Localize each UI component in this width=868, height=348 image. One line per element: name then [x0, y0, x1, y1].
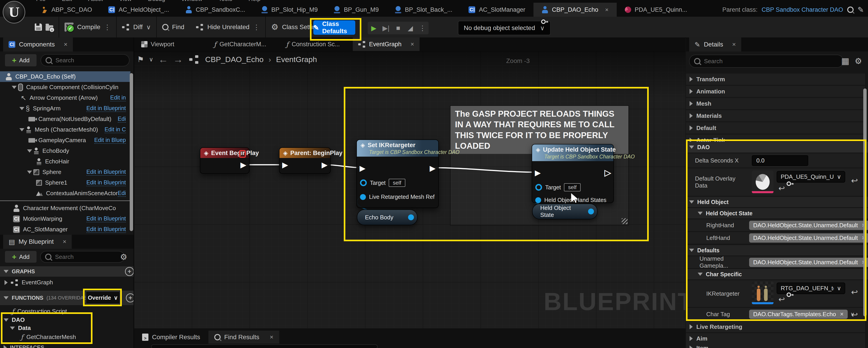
tab-abp-sc-dao[interactable]: ABP_SC_DAO: [34, 3, 100, 17]
section-live-retargeting[interactable]: Live Retargeting: [686, 321, 865, 332]
edit-in-blueprint-link[interactable]: Edit in Blueprint: [86, 215, 126, 222]
class-defaults-button[interactable]: ✎ Class Defaults: [313, 20, 355, 35]
my-blueprint-search-input[interactable]: Search: [40, 251, 125, 263]
chevron-down-icon[interactable]: ∨: [149, 56, 153, 63]
component-row-arrow[interactable]: ↖Arrow Component (Arrow)Edit in: [0, 92, 130, 103]
caret-down-icon[interactable]: [20, 107, 24, 110]
target-self-value[interactable]: self: [564, 183, 580, 192]
details-settings-icon[interactable]: ⚙: [855, 56, 862, 66]
diff-button[interactable]: Diff: [133, 24, 143, 31]
gameplay-tag-chip[interactable]: DAO.CharTags.Templates.Echo×: [749, 310, 848, 319]
hide-unrelated-options-icon[interactable]: ⋮: [253, 23, 260, 31]
breadcrumb-root[interactable]: CBP_DAO_Echo: [205, 55, 264, 64]
close-icon[interactable]: ×: [63, 238, 66, 245]
get-character-mesh-row[interactable]: ƒ GetCharacterMesh: [21, 333, 76, 341]
reset-property-icon[interactable]: ↩: [851, 310, 858, 320]
stop-icon[interactable]: ■: [392, 24, 404, 32]
caret-down-icon[interactable]: [4, 318, 8, 322]
use-selected-asset-icon[interactable]: ↩: [778, 184, 785, 193]
object-pin-icon[interactable]: [535, 184, 542, 191]
tab-eventgraph[interactable]: EventGraph×: [353, 37, 420, 51]
edit-in-blueprint-link[interactable]: Edit in: [110, 94, 126, 101]
node-parent-beginplay[interactable]: ◈Parent: BeginPlay ▶ ▶: [279, 147, 331, 174]
debug-object-dropdown[interactable]: No debug object selected ∨: [458, 21, 551, 35]
overlay-asset-dropdown[interactable]: PDA_UE5_Quinn_Unarme ∨: [777, 171, 845, 182]
my-blueprint-tab[interactable]: ▤ My Blueprint ×: [3, 235, 72, 249]
section-defaults[interactable]: Defaults: [686, 245, 868, 256]
graph-canvas[interactable]: ⚑ ∨ ← → CBP_DAO_Echo › EventGraph Zoom -…: [134, 51, 685, 328]
tab-bp-gun[interactable]: BP_Gun_M9: [326, 3, 387, 17]
component-row-echobody[interactable]: EchoBody: [0, 146, 130, 156]
tab-cbp-dao-echo[interactable]: CBP_DAO_Echo×: [533, 3, 617, 17]
find-results-search-input[interactable]: [151, 344, 378, 348]
eject-icon[interactable]: ◢: [404, 24, 416, 32]
caret-down-icon[interactable]: [20, 128, 24, 132]
caret-down-icon[interactable]: [10, 326, 15, 330]
section-default[interactable]: Default: [686, 122, 865, 134]
compile-button[interactable]: Compile: [77, 24, 100, 31]
add-graph-icon[interactable]: +: [125, 267, 134, 276]
exec-out-pin[interactable]: ▶: [322, 161, 328, 169]
edit-in-blueprint-link[interactable]: Edit in Bluep: [94, 137, 126, 144]
object-pin-icon[interactable]: [360, 194, 366, 200]
search-icon[interactable]: [847, 6, 854, 13]
close-icon[interactable]: ×: [732, 41, 736, 48]
section-item[interactable]: Item: [686, 343, 865, 348]
object-pin-icon[interactable]: [408, 214, 414, 220]
close-icon[interactable]: ×: [270, 334, 273, 341]
tab-bp-slot-hip[interactable]: BP_Slot_Hip_M9: [253, 3, 326, 17]
section-char-specific[interactable]: Char Specific: [686, 269, 868, 280]
menu-view[interactable]: View: [119, 0, 132, 2]
add-component-button[interactable]: +Add: [5, 54, 36, 66]
tab-ac-slotmanager[interactable]: CAC_SlotManager: [460, 3, 533, 17]
add-function-icon[interactable]: +: [126, 293, 134, 302]
gameplay-tag-chip[interactable]: DAO.HeldObject.State.Unarmed.Default×: [749, 233, 868, 242]
caret-down-icon[interactable]: [27, 149, 32, 152]
component-row-sphere1[interactable]: Sphere1Edit in Blueprint: [0, 177, 130, 188]
menu-tools[interactable]: Tools: [219, 0, 232, 2]
component-row-capsule[interactable]: Capsule Component (CollisionCylin: [0, 82, 130, 92]
caret-down-icon[interactable]: [27, 171, 32, 174]
close-icon[interactable]: ×: [64, 41, 67, 48]
remove-tag-icon[interactable]: ×: [840, 311, 844, 318]
section-transform[interactable]: Transform: [686, 74, 865, 85]
save-icon[interactable]: [35, 24, 42, 31]
tab-cbp-sandbox[interactable]: CBP_SandboxC...: [177, 3, 253, 17]
details-scrollbar[interactable]: [863, 88, 867, 316]
section-held-object-state[interactable]: Held Object State: [686, 208, 868, 219]
node-held-object-state-variable[interactable]: Held Object State: [532, 204, 597, 220]
target-self-value[interactable]: self: [389, 179, 405, 187]
compile-options-icon[interactable]: ⋮: [104, 23, 111, 31]
component-row-slotmanager[interactable]: CAC_SlotManagerEdit in Blueprint: [0, 224, 130, 235]
find-results-tab[interactable]: Find Results ×: [209, 330, 279, 344]
delta-seconds-input[interactable]: 0.0: [752, 155, 808, 166]
find-button[interactable]: Find: [172, 24, 184, 31]
section-animation[interactable]: Animation: [686, 86, 865, 97]
frame-skip-icon[interactable]: ▶|: [380, 24, 392, 32]
exec-out-pin[interactable]: ▶: [430, 164, 436, 172]
exec-in-pin[interactable]: ▶: [535, 169, 541, 176]
settings-gear-icon[interactable]: ⚙: [120, 252, 127, 262]
nav-forward-icon[interactable]: →: [173, 54, 183, 65]
caret-down-icon[interactable]: [12, 86, 17, 89]
object-pin-icon[interactable]: [360, 179, 367, 186]
exec-out-pin[interactable]: ▶: [241, 161, 246, 169]
play-icon[interactable]: ▶: [368, 24, 380, 32]
menu-debug[interactable]: Debug: [148, 0, 165, 2]
details-tab[interactable]: ✎ Details ×: [689, 37, 741, 52]
node-set-ikretargeter[interactable]: ◈Set IKRetargeter Target is CBP Sandbox …: [356, 140, 439, 208]
component-row-self[interactable]: CBP_DAO_Echo (Self): [0, 71, 130, 82]
overlay-asset-thumbnail[interactable]: [752, 171, 774, 193]
compiler-results-tab[interactable]: > Compiler Results: [136, 330, 206, 344]
struct-pin-icon[interactable]: [588, 208, 594, 214]
category-data-row[interactable]: Data: [10, 324, 31, 331]
tab-ac-heldobject[interactable]: CAC_HeldObject_...: [100, 3, 177, 17]
tab-get-character-mesh[interactable]: ƒGetCharacterM...: [209, 37, 272, 51]
use-selected-asset-icon[interactable]: ↩: [778, 295, 785, 304]
component-row-camera[interactable]: Camera(NotUsedByDefault)Edi: [0, 114, 130, 124]
menu-file[interactable]: File: [36, 0, 45, 2]
mesh-ref-pin-row[interactable]: Live Retargeted Mesh Ref: [360, 194, 434, 200]
eventgraph-row[interactable]: EventGraph: [4, 279, 53, 286]
exec-in-pin[interactable]: ▶: [282, 161, 288, 169]
tab-construction-script[interactable]: ƒConstruction Sc...: [281, 37, 345, 51]
